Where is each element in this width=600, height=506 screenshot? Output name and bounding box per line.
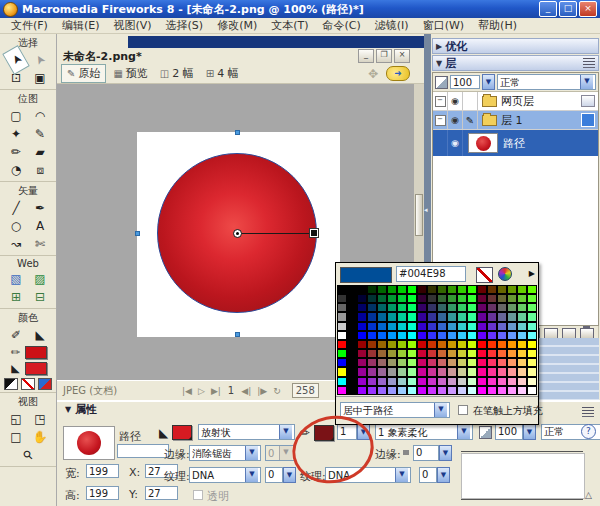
palette-swatch[interactable]	[357, 367, 367, 376]
palette-swatch[interactable]	[337, 331, 347, 340]
blur-tool[interactable]: ◔	[4, 161, 28, 179]
palette-swatch[interactable]	[497, 312, 507, 321]
palette-swatch[interactable]	[437, 358, 447, 367]
palette-swatch[interactable]	[497, 331, 507, 340]
palette-swatch[interactable]	[397, 358, 407, 367]
palette-swatch[interactable]	[407, 377, 417, 386]
palette-swatch[interactable]	[457, 285, 467, 294]
palette-swatch[interactable]	[437, 386, 447, 395]
palette-swatch[interactable]	[487, 386, 497, 395]
no-color-button[interactable]	[21, 378, 35, 390]
y-input[interactable]: 27	[145, 486, 178, 500]
palette-swatch[interactable]	[387, 386, 397, 395]
paint-bucket-tool[interactable]: ◣	[28, 326, 52, 344]
palette-swatch[interactable]	[417, 367, 427, 376]
palette-swatch[interactable]	[507, 377, 517, 386]
palette-swatch[interactable]	[467, 303, 477, 312]
palette-swatch[interactable]	[517, 349, 527, 358]
palette-swatch[interactable]	[497, 386, 507, 395]
palette-swatch[interactable]	[357, 377, 367, 386]
full-screen-with-menus-button[interactable]: ◳	[28, 410, 52, 428]
palette-swatch[interactable]	[477, 322, 487, 331]
palette-swatch[interactable]	[497, 358, 507, 367]
palette-swatch[interactable]	[497, 377, 507, 386]
maximize-button[interactable]: □	[559, 1, 577, 17]
stroke-texture-select[interactable]: DNA▼	[325, 467, 411, 483]
polygon-hotspot-tool[interactable]: ▨	[28, 270, 52, 288]
stroke-width-chevron[interactable]: ▼	[357, 424, 370, 440]
palette-swatch[interactable]	[517, 340, 527, 349]
palette-swatch[interactable]	[497, 294, 507, 303]
view-button-4 幅[interactable]: ⊞4 幅	[201, 64, 244, 83]
palette-swatch[interactable]	[517, 294, 527, 303]
palette-swatch[interactable]	[377, 349, 387, 358]
palette-swatch[interactable]	[447, 358, 457, 367]
palette-swatch[interactable]	[447, 340, 457, 349]
palette-swatch[interactable]	[467, 294, 477, 303]
collapse-box-icon[interactable]: −	[435, 115, 446, 126]
width-input[interactable]: 199	[86, 464, 119, 478]
palette-swatch[interactable]	[357, 340, 367, 349]
layers-panel-header[interactable]: ▼ 层	[432, 55, 599, 71]
palette-swatch[interactable]	[447, 285, 457, 294]
fill-bucket-icon[interactable]: ◣	[10, 362, 22, 375]
fill-texture-select[interactable]: DNA▼	[189, 467, 261, 483]
palette-swatch[interactable]	[417, 340, 427, 349]
palette-swatch[interactable]	[417, 386, 427, 395]
palette-swatch[interactable]	[517, 386, 527, 395]
palette-swatch[interactable]	[347, 349, 357, 358]
palette-swatch[interactable]	[357, 322, 367, 331]
frame-control-icon[interactable]: ▶|	[208, 386, 224, 396]
palette-swatch[interactable]	[357, 303, 367, 312]
stroke-edge-chevron[interactable]: ▼	[439, 445, 452, 461]
rubber-stamp-tool[interactable]: ⧈	[28, 161, 52, 179]
palette-swatch[interactable]	[437, 294, 447, 303]
opacity-dropdown-chevron[interactable]: ▼	[482, 74, 495, 90]
palette-swatch[interactable]	[377, 367, 387, 376]
options-arrow-icon[interactable]: ▶	[529, 269, 535, 278]
palette-swatch[interactable]	[337, 322, 347, 331]
palette-swatch[interactable]	[367, 331, 377, 340]
palette-swatch[interactable]	[407, 294, 417, 303]
palette-swatch[interactable]	[377, 303, 387, 312]
eye-icon[interactable]: ◉	[451, 138, 459, 148]
palette-swatch[interactable]	[507, 294, 517, 303]
layer-lock-icon[interactable]	[581, 113, 595, 127]
palette-swatch[interactable]	[377, 285, 387, 294]
palette-swatch[interactable]	[527, 386, 537, 395]
palette-swatch[interactable]	[467, 312, 477, 321]
palette-swatch[interactable]	[377, 322, 387, 331]
palette-swatch[interactable]	[387, 367, 397, 376]
path-object-row[interactable]: ◉ 路径	[433, 130, 598, 156]
palette-swatch[interactable]	[387, 340, 397, 349]
palette-swatch[interactable]	[357, 331, 367, 340]
palette-swatch[interactable]	[387, 358, 397, 367]
palette-swatch[interactable]	[417, 331, 427, 340]
palette-swatch[interactable]	[467, 358, 477, 367]
frame-control-icon[interactable]: ▷	[195, 386, 208, 396]
palette-swatch[interactable]	[397, 349, 407, 358]
palette-swatch[interactable]	[417, 349, 427, 358]
palette-swatch[interactable]	[527, 285, 537, 294]
palette-swatch[interactable]	[497, 303, 507, 312]
palette-swatch[interactable]	[507, 331, 517, 340]
fill-edge-select[interactable]: 消除锯齿▼	[189, 445, 261, 461]
frame-control-icon[interactable]: ◀|	[238, 386, 254, 396]
fill-color-well[interactable]	[25, 362, 47, 375]
layer-opacity-input[interactable]: 100	[450, 75, 480, 89]
palette-swatch[interactable]	[527, 340, 537, 349]
frame-control-icon[interactable]: |▶	[254, 386, 270, 396]
palette-swatch[interactable]	[457, 312, 467, 321]
palette-swatch[interactable]	[397, 367, 407, 376]
document-tab[interactable]: 未命名-2.png*	[57, 49, 148, 64]
palette-swatch[interactable]	[337, 285, 347, 294]
palette-swatch[interactable]	[387, 377, 397, 386]
palette-swatch[interactable]	[367, 386, 377, 395]
palette-swatch[interactable]	[477, 340, 487, 349]
palette-swatch[interactable]	[447, 322, 457, 331]
palette-swatch[interactable]	[347, 358, 357, 367]
palette-swatch[interactable]	[387, 331, 397, 340]
palette-swatch[interactable]	[437, 349, 447, 358]
palette-swatch[interactable]	[497, 349, 507, 358]
palette-swatch[interactable]	[477, 285, 487, 294]
